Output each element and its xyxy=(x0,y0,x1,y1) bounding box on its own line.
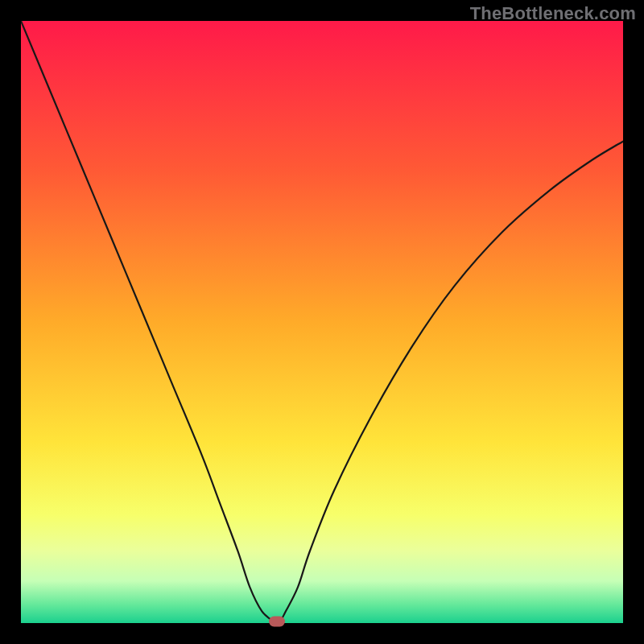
watermark-text: TheBottleneck.com xyxy=(470,3,636,24)
plot-area xyxy=(21,21,623,623)
optimal-point-marker xyxy=(269,616,285,626)
chart-frame: TheBottleneck.com xyxy=(0,0,644,644)
